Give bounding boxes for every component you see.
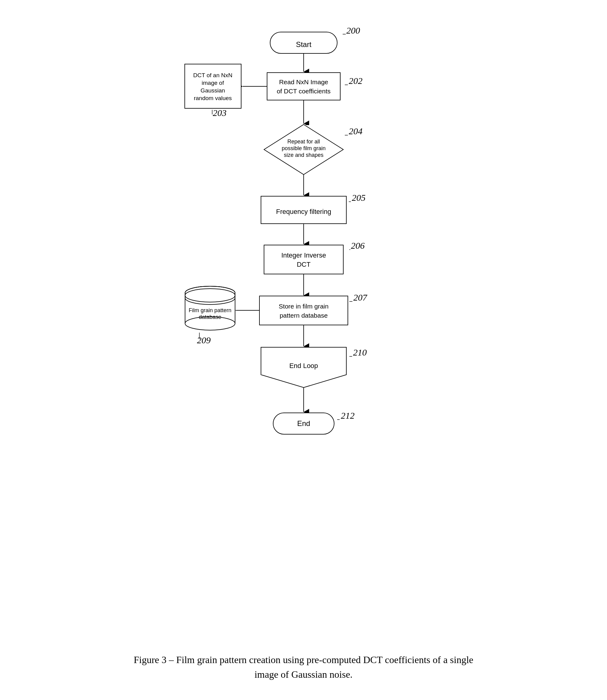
side-dct-1: DCT of an NxN xyxy=(193,72,232,78)
start-label: Start xyxy=(296,40,311,48)
svg-point-28 xyxy=(185,289,235,302)
idct-label-1: Integer Inverse xyxy=(281,252,326,259)
svg-rect-15 xyxy=(264,245,343,274)
side-dct-2: image of xyxy=(202,80,224,86)
ref-203: 203 xyxy=(213,108,227,118)
diagram-area: Start 200 Read NxN Image of DCT coeffici… xyxy=(166,18,441,640)
svg-rect-3 xyxy=(267,73,340,100)
page: Start 200 Read NxN Image of DCT coeffici… xyxy=(0,0,607,700)
svg-rect-6 xyxy=(185,64,241,108)
ref-200: 200 xyxy=(346,25,360,35)
read-label-2: of DCT coefficients xyxy=(276,87,331,95)
ref-207: 207 xyxy=(353,292,368,302)
side-dct-4: random values xyxy=(194,95,232,101)
ref-205: 205 xyxy=(352,193,365,203)
db-label-2: database xyxy=(198,314,221,320)
ref-204: 204 xyxy=(349,126,362,136)
ref-202: 202 xyxy=(349,76,362,86)
store-label-2: pattern database xyxy=(279,312,328,319)
frequency-label: Frequency filtering xyxy=(276,208,331,216)
end-label: End xyxy=(297,419,310,427)
repeat-label-2: possible film grain xyxy=(281,145,325,151)
svg-rect-18 xyxy=(259,296,348,325)
read-label-1: Read NxN Image xyxy=(279,78,328,85)
caption-line1: Figure 3 – Film grain pattern creation u… xyxy=(133,654,473,665)
caption-line2: image of Gaussian noise. xyxy=(255,669,353,680)
caption: Figure 3 – Film grain pattern creation u… xyxy=(75,653,532,682)
db-label-1: Film grain pattern xyxy=(188,307,231,313)
side-dct-3: Gaussian xyxy=(200,87,225,94)
store-label-1: Store in film grain xyxy=(279,303,328,310)
ref-209: 209 xyxy=(197,335,211,345)
repeat-label-3: size and shapes xyxy=(284,152,323,158)
flowchart-svg: Start 200 Read NxN Image of DCT coeffici… xyxy=(166,18,441,598)
ref-212: 212 xyxy=(341,411,355,420)
repeat-label-1: Repeat for all xyxy=(287,139,320,145)
ref-210: 210 xyxy=(353,347,367,357)
ref-206: 206 xyxy=(351,240,364,251)
endloop-label: End Loop xyxy=(289,362,318,369)
idct-label-2: DCT xyxy=(297,261,310,268)
